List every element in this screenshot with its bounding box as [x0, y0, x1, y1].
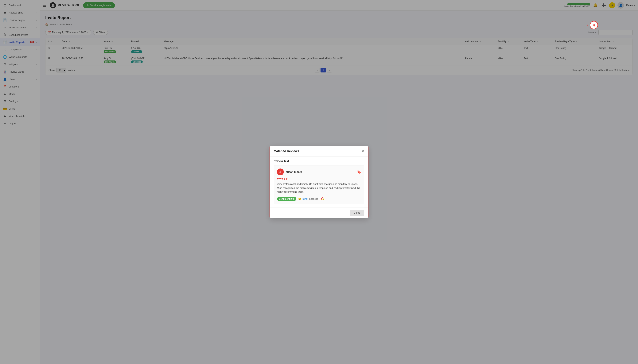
review-card: S susan moats 🔖 ♥ ♥ ♥ ♥ ♥ Very professio… [274, 165, 364, 204]
stars-row: ♥ ♥ ♥ ♥ ♥ [277, 177, 361, 181]
modal-dialog: Matched Reviews ✕ Review Text S susan mo… [270, 146, 368, 218]
reviewer-avatar: S [277, 168, 284, 175]
star-2: ♥ [279, 177, 281, 181]
reviewer-row: S susan moats 🔖 [277, 168, 361, 175]
sentiment-badge: Sentiment: 0.8 [277, 197, 296, 201]
close-button[interactable]: Close [350, 210, 364, 216]
emotion-emoji: 😒 [298, 198, 301, 200]
star-5: ♥ [286, 177, 288, 181]
modal-header: Matched Reviews ✕ [270, 146, 368, 156]
star-3: ♥ [281, 177, 283, 181]
review-text-label: Review Text [274, 160, 364, 162]
annotation-arrow: 4 [575, 21, 598, 29]
modal-footer: Close [270, 207, 368, 218]
modal-title: Matched Reviews [274, 150, 299, 153]
modal-close-button[interactable]: ✕ [362, 149, 364, 153]
modal-overlay[interactable]: 4 Matched Reviews ✕ Review Text S susan … [0, 0, 638, 364]
google-g-icon: G [321, 197, 324, 201]
emotion-label: Sadness [309, 198, 318, 200]
bookmark-icon[interactable]: 🔖 [357, 170, 361, 174]
arrowhead [587, 24, 588, 26]
star-4: ♥ [284, 177, 286, 181]
emotion-pct: 37% [302, 198, 308, 200]
arrow-line [575, 25, 588, 25]
reviewer-name: susan moats [286, 170, 302, 174]
modal-body: Review Text S susan moats 🔖 ♥ ♥ ♥ ♥ ♥ Ve… [270, 156, 368, 207]
review-body-text: Very professional and timely. Up front w… [277, 182, 361, 194]
emotion-area: 😒 37% Sadness [298, 198, 318, 200]
review-footer: Sentiment: 0.8 😒 37% Sadness G [277, 197, 361, 201]
star-1: ♥ [277, 177, 279, 181]
annotation-badge: 4 [590, 21, 598, 29]
